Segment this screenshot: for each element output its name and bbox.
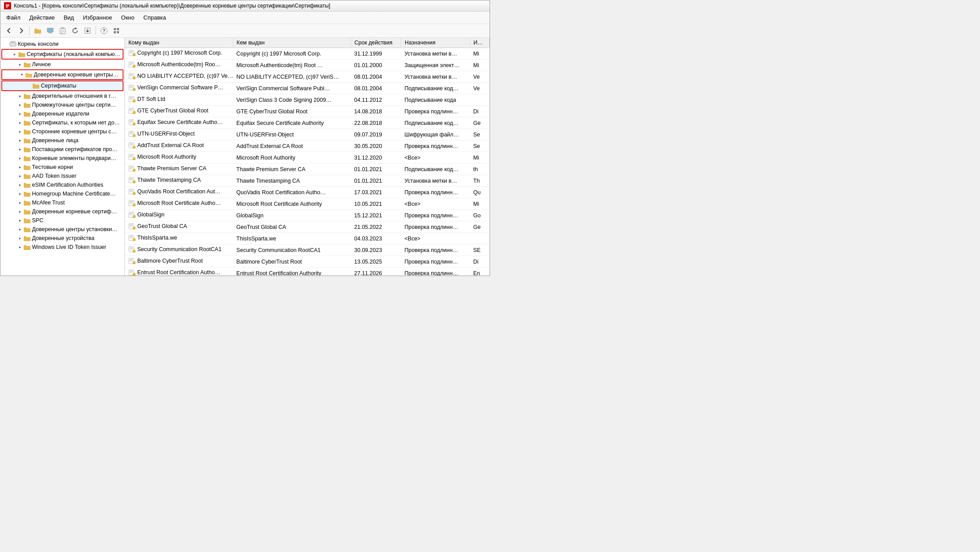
tree-item-sertifikaty[interactable]: Сертификаты [1, 80, 123, 91]
table-row[interactable]: ★ AddTrust External CA Root AddTrust Ext… [125, 140, 490, 152]
cell-expiry: 08.01.2004 [351, 83, 401, 94]
tree-label-third-party: Сторонние корневые центры с… [32, 128, 117, 135]
menu-file[interactable]: Файл [2, 12, 24, 23]
tree-item-trusted-persons[interactable]: ▸ Доверенные лица [0, 136, 124, 145]
tree-item-intermediate[interactable]: ▸ Промежуточные центры серти… [0, 100, 124, 109]
svg-rect-3 [6, 7, 8, 8]
expand-providers[interactable]: ▸ [16, 146, 24, 153]
table-row[interactable]: ★ Security Communication RootCA1 Securit… [125, 244, 490, 256]
cell-expiry: 30.05.2020 [351, 140, 401, 152]
tree-item-trusted-devices[interactable]: ▸ Доверенные устройства [0, 234, 124, 243]
col-purpose[interactable]: Назначения [401, 38, 470, 48]
expand-trusted-root-certs[interactable]: ▸ [16, 208, 24, 215]
back-button[interactable] [3, 25, 15, 36]
table-row[interactable]: ★ Copyright (c) 1997 Microsoft Corp. Cop… [125, 48, 490, 60]
tree-item-no-trust[interactable]: ▸ Сертификаты, к которым нет до… [0, 118, 124, 127]
expand-trust-rel[interactable]: ▸ [16, 92, 24, 100]
menu-window[interactable]: Окно [117, 12, 139, 23]
expand-windows-live[interactable]: ▸ [16, 244, 24, 251]
expand-root[interactable] [2, 40, 9, 48]
expand-test-roots[interactable]: ▸ [16, 164, 24, 171]
table-row[interactable]: ★ NO LIABILITY ACCEPTED, (c)97 Ve… NO LI… [125, 71, 490, 83]
svg-rect-129 [130, 249, 132, 250]
tree-item-spc[interactable]: ▸ SPC [0, 216, 124, 225]
expand-homegroup[interactable]: ▸ [16, 190, 24, 197]
expand-trusted-root[interactable]: ▾ [18, 71, 25, 78]
table-row[interactable]: ★ Microsoft Root Authority Microsoft Roo… [125, 152, 490, 164]
svg-rect-7 [48, 33, 52, 33]
tree-item-providers[interactable]: ▸ Поставщики сертификатов про… [0, 145, 124, 154]
tree-item-root[interactable]: Корень консоли [0, 40, 124, 48]
expand-certs-local[interactable]: ▸ [11, 51, 18, 58]
tree-item-personal[interactable]: ▸ Личное [0, 60, 124, 69]
expand-mcafee[interactable]: ▸ [16, 199, 24, 206]
forward-button[interactable] [16, 25, 27, 36]
expand-no-trust[interactable]: ▸ [16, 119, 24, 126]
table-row[interactable]: ★ GeoTrust Global CA GeoTrust Global CA … [125, 221, 490, 233]
tree-label-trusted-root: Доверенные корневые центры… [34, 72, 119, 78]
expand-trusted-install[interactable]: ▸ [16, 226, 24, 233]
grid-button[interactable] [111, 25, 122, 36]
col-extra[interactable]: И… [470, 38, 489, 48]
tree-item-trusted-install[interactable]: ▸ Доверенные центры установки… [0, 225, 124, 234]
clipboard-button[interactable] [57, 25, 68, 36]
expand-aad-token[interactable]: ▸ [16, 172, 24, 180]
tree-item-esim[interactable]: ▸ eSIM Certification Authorities [0, 180, 124, 189]
col-issued-to[interactable]: Кому выдан [125, 38, 233, 48]
main-content: Корень консоли ▸ Сертификаты (локальный … [0, 38, 490, 276]
expand-root-elements[interactable]: ▸ [16, 155, 24, 162]
tree-item-third-party[interactable]: ▸ Сторонние корневые центры с… [0, 127, 124, 136]
expand-spc[interactable]: ▸ [16, 217, 24, 224]
expand-intermediate[interactable]: ▸ [16, 101, 24, 108]
table-row[interactable]: ★ GlobalSign GlobalSign 15.12.2021 Прове… [125, 210, 490, 221]
cell-issued-to: ★ Microsoft Root Authority [125, 152, 233, 164]
table-row[interactable]: ★ Thawte Timestamping CA Thawte Timestam… [125, 175, 490, 187]
cell-expiry: 31.12.1999 [351, 48, 401, 60]
table-row[interactable]: ★ DT Soft Ltd VeriSign Class 3 Code Sign… [125, 94, 490, 106]
tree-item-windows-live[interactable]: ▸ Windows Live ID Token Issuer [0, 243, 124, 252]
tree-item-trusted-root[interactable]: ▾ Доверенные корневые центры… [1, 69, 123, 80]
tree-item-trusted-root-certs[interactable]: ▸ Доверенные корневые сертиф… [0, 207, 124, 216]
tree-item-test-roots[interactable]: ▸ Тестовые корни [0, 163, 124, 172]
menu-help[interactable]: Справка [139, 12, 170, 23]
table-row[interactable]: ★ GTE CyberTrust Global Root GTE CyberTr… [125, 106, 490, 117]
table-row[interactable]: ★ Baltimore CyberTrust Root Baltimore Cy… [125, 256, 490, 268]
tree-item-root-elements[interactable]: ▸ Корневые элементы предвари… [0, 154, 124, 163]
tree-item-trust-rel[interactable]: ▸ Доверительные отношения в г… [0, 92, 124, 100]
expand-personal[interactable]: ▸ [16, 61, 24, 68]
table-row[interactable]: ★ Entrust Root Certification Autho… Entr… [125, 268, 490, 276]
col-issued-by[interactable]: Кем выдан [233, 38, 351, 48]
tree-item-mcafee[interactable]: ▸ McAfee Trust [0, 198, 124, 207]
table-row[interactable]: ★ ThisIsSparta.we ThisIsSparta.we 04.03.… [125, 233, 490, 244]
expand-trusted-devices[interactable]: ▸ [16, 235, 24, 242]
svg-rect-98 [130, 191, 133, 191]
tree-item-trusted-pub[interactable]: ▸ Доверенные издатели [0, 109, 124, 118]
expand-trusted-pub[interactable]: ▸ [16, 110, 24, 117]
help-button[interactable]: ? [98, 25, 110, 36]
table-row[interactable]: ★ Microsoft Authenticode(tm) Roo… Micros… [125, 60, 490, 71]
folder-button[interactable] [32, 25, 44, 36]
expand-esim[interactable]: ▸ [16, 181, 24, 188]
table-row[interactable]: ★ QuoVadis Root Certification Aut… QuoVa… [125, 187, 490, 198]
menu-action[interactable]: Действие [25, 12, 59, 23]
table-row[interactable]: ★ Microsoft Root Certificate Autho… Micr… [125, 198, 490, 210]
table-row[interactable]: ★ UTN-USERFirst-Object UTN-USERFirst-Obj… [125, 129, 490, 140]
tree-item-certs-local[interactable]: ▸ Сертификаты (локальный компью… [1, 49, 123, 60]
tree-item-homegroup[interactable]: ▸ Homegroup Machine Certificate… [0, 189, 124, 198]
table-row[interactable]: ★ VeriSign Commercial Software P… VeriSi… [125, 83, 490, 94]
export-button[interactable] [82, 25, 93, 36]
table-row[interactable]: ★ Thawte Premium Server CA Thawte Premiu… [125, 164, 490, 175]
tree-item-aad-token[interactable]: ▸ AAD Token Issuer [0, 172, 124, 180]
menu-favorites[interactable]: Избранное [79, 12, 116, 23]
svg-rect-140 [130, 272, 133, 272]
menu-view[interactable]: Вид [60, 12, 78, 23]
svg-rect-62 [130, 121, 133, 122]
expand-trusted-persons[interactable]: ▸ [16, 137, 24, 144]
cell-issued-to: ★ Thawte Timestamping CA [125, 175, 233, 187]
cell-expiry: 22.08.2018 [351, 117, 401, 129]
refresh-button[interactable] [69, 25, 81, 36]
table-row[interactable]: ★ Equifax Secure Certificate Autho… Equi… [125, 117, 490, 129]
expand-third-party[interactable]: ▸ [16, 128, 24, 135]
computer-button[interactable] [44, 25, 56, 36]
col-expiry[interactable]: Срок действия [351, 38, 401, 48]
